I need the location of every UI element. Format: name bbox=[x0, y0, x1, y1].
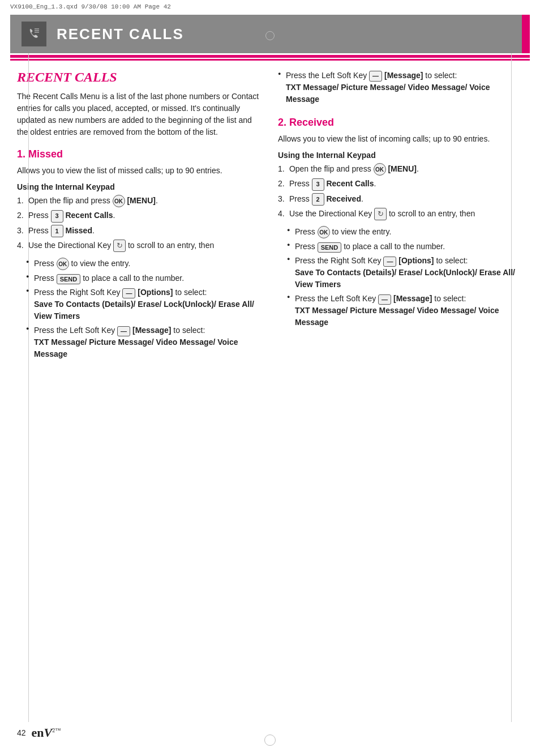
col-right: Press the Left Soft Key — [Message] to s… bbox=[278, 70, 523, 364]
section-top-right-bullets: Press the Left Soft Key — [Message] to s… bbox=[278, 70, 523, 105]
section-received-desc: Allows you to view the list of incoming … bbox=[278, 133, 523, 145]
key-1-icon: 1 bbox=[51, 225, 63, 237]
phone-icon bbox=[22, 22, 46, 46]
step-1-2: 2. Press 3 Recent Calls. bbox=[17, 210, 262, 222]
section-received-heading: 2. Received bbox=[278, 117, 523, 129]
step-2-1: 1. Open the flip and press OK [MENU]. bbox=[278, 163, 523, 176]
ok-key-4-icon: OK bbox=[318, 226, 330, 238]
left-soft-key-3-icon: — bbox=[378, 294, 391, 305]
bullet-1-1: Press OK to view the entry. bbox=[26, 258, 262, 270]
step-1-1: 1. Open the flip and press OK [MENU]. bbox=[17, 195, 262, 207]
key-3-icon: 3 bbox=[51, 210, 63, 223]
svg-rect-0 bbox=[25, 25, 42, 42]
nav-key-2-icon: ↻ bbox=[374, 208, 387, 220]
col-left: RECENT CALLS The Recent Calls Menu is a … bbox=[17, 70, 262, 364]
section-missed-desc: Allows you to view the list of missed ca… bbox=[17, 165, 262, 177]
bullet-1-2: Press SEND to place a call to the number… bbox=[26, 272, 262, 284]
bullet-2-1: Press OK to view the entry. bbox=[287, 226, 523, 238]
left-soft-key-2-icon: — bbox=[369, 71, 382, 82]
section-missed-steps: 1. Open the flip and press OK [MENU]. 2.… bbox=[17, 195, 262, 252]
main-content: RECENT CALLS The Recent Calls Menu is a … bbox=[0, 61, 540, 375]
key-2-icon: 2 bbox=[312, 193, 324, 206]
section-missed: 1. Missed Allows you to view the list of… bbox=[17, 148, 262, 360]
ok-key-2-icon: OK bbox=[57, 258, 69, 270]
left-soft-key-icon: — bbox=[117, 326, 130, 337]
top-circle-decoration bbox=[265, 31, 275, 40]
meta-line: VX9100_Eng_1.3.qxd 9/30/08 10:00 AM Page… bbox=[0, 0, 540, 10]
step-2-2: 2. Press 3 Recent Calls. bbox=[278, 178, 523, 190]
right-soft-key-icon: — bbox=[122, 288, 135, 299]
bullet-2-2: Press SEND to place a call to the number… bbox=[287, 241, 523, 253]
nav-key-icon: ↻ bbox=[113, 240, 126, 252]
step-1-3: 3. Press 1 Missed. bbox=[17, 225, 262, 237]
margin-line-right bbox=[511, 34, 512, 722]
key-3b-icon: 3 bbox=[312, 178, 324, 191]
step-2-3: 3. Press 2 Received. bbox=[278, 193, 523, 206]
ok-key-icon: OK bbox=[113, 195, 125, 207]
section-received-bullets: Press OK to view the entry. Press SEND t… bbox=[287, 226, 523, 328]
intro-text: The Recent Calls Menu is a list of the l… bbox=[17, 91, 262, 138]
brand-logo: enV2™ bbox=[32, 725, 61, 740]
page-number: 42 bbox=[17, 728, 26, 737]
ok-key-3-icon: OK bbox=[374, 163, 386, 176]
pink-bar-1 bbox=[10, 55, 530, 58]
margin-line-left bbox=[28, 34, 29, 722]
section-missed-subheading: Using the Internal Keypad bbox=[17, 182, 262, 191]
bullet-2-3: Press the Right Soft Key — [Options] to … bbox=[287, 255, 523, 291]
bullet-1-3: Press the Right Soft Key — [Options] to … bbox=[26, 287, 262, 322]
section-received-steps: 1. Open the flip and press OK [MENU]. 2.… bbox=[278, 163, 523, 220]
bullet-top-right: Press the Left Soft Key — [Message] to s… bbox=[278, 70, 523, 105]
page-title: RECENT CALLS bbox=[17, 70, 262, 85]
bullet-1-4: Press the Left Soft Key — [Message] to s… bbox=[26, 324, 262, 360]
bottom-circle-decoration bbox=[264, 734, 276, 746]
section-missed-heading: 1. Missed bbox=[17, 148, 262, 160]
section-missed-bullets: Press OK to view the entry. Press SEND t… bbox=[26, 258, 262, 360]
step-2-4: 4. Use the Directional Key ↻ to scroll t… bbox=[278, 208, 523, 220]
right-soft-key-2-icon: — bbox=[383, 257, 396, 267]
send-key-icon: SEND bbox=[57, 274, 81, 285]
header-pink-accent bbox=[522, 15, 530, 53]
bullet-2-4: Press the Left Soft Key — [Message] to s… bbox=[287, 293, 523, 328]
step-1-4: 4. Use the Directional Key ↻ to scroll t… bbox=[17, 240, 262, 252]
header-title: RECENT CALLS bbox=[57, 25, 184, 43]
section-received-subheading: Using the Internal Keypad bbox=[278, 151, 523, 160]
section-received: 2. Received Allows you to view the list … bbox=[278, 117, 523, 328]
send-key-2-icon: SEND bbox=[318, 242, 342, 253]
